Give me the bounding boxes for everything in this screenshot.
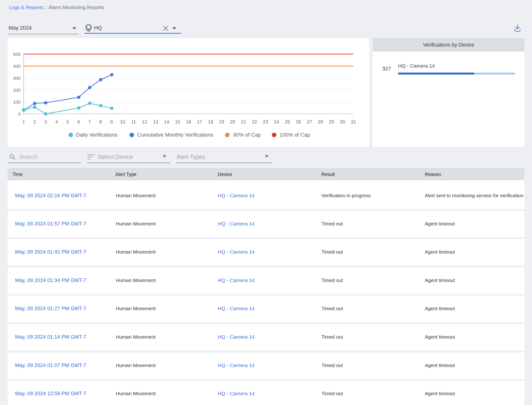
svg-text:28: 28 <box>318 119 323 124</box>
svg-text:500: 500 <box>13 52 21 57</box>
svg-text:100: 100 <box>13 100 21 105</box>
svg-text:14: 14 <box>164 119 169 124</box>
svg-text:13: 13 <box>153 119 158 124</box>
svg-text:18: 18 <box>208 119 213 124</box>
svg-text:2: 2 <box>34 119 36 124</box>
svg-text:20: 20 <box>230 119 235 124</box>
svg-text:22: 22 <box>252 119 257 124</box>
svg-text:5: 5 <box>66 119 69 124</box>
svg-text:25: 25 <box>285 119 290 124</box>
svg-text:19: 19 <box>219 119 224 124</box>
svg-text:17: 17 <box>197 119 202 124</box>
svg-text:7: 7 <box>88 119 91 124</box>
svg-text:100% of Cap: 100% of Cap <box>280 132 310 138</box>
svg-text:23: 23 <box>263 119 268 124</box>
svg-text:10: 10 <box>120 119 125 124</box>
svg-text:29: 29 <box>329 119 334 124</box>
svg-text:8: 8 <box>99 119 102 124</box>
svg-text:80% of Cap: 80% of Cap <box>233 132 261 138</box>
svg-text:16: 16 <box>186 119 191 124</box>
svg-text:21: 21 <box>241 119 246 124</box>
svg-text:27: 27 <box>307 119 312 124</box>
svg-text:9: 9 <box>110 119 113 124</box>
svg-text:4: 4 <box>55 119 58 124</box>
svg-text:3: 3 <box>44 119 47 124</box>
svg-text:15: 15 <box>175 119 180 124</box>
svg-text:Daily Verifications: Daily Verifications <box>76 132 118 138</box>
svg-text:11: 11 <box>131 119 136 124</box>
svg-text:30: 30 <box>340 119 345 124</box>
svg-text:12: 12 <box>142 119 147 124</box>
svg-text:1: 1 <box>22 119 25 124</box>
svg-text:Cumulative Monthly Verificatio: Cumulative Monthly Verifications <box>137 132 213 138</box>
svg-text:300: 300 <box>13 76 21 81</box>
svg-text:24: 24 <box>274 119 279 124</box>
svg-text:31: 31 <box>351 119 356 124</box>
svg-text:200: 200 <box>13 88 21 93</box>
svg-text:6: 6 <box>77 119 80 124</box>
svg-text:26: 26 <box>296 119 301 124</box>
svg-text:400: 400 <box>13 64 21 69</box>
svg-text:0: 0 <box>18 112 21 116</box>
